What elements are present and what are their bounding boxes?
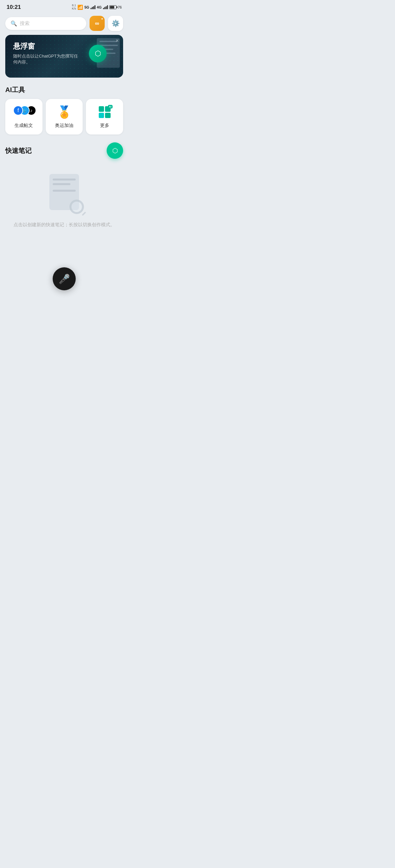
status-time: 10:21 — [7, 4, 21, 10]
ai-tools-title: AI工具 — [0, 84, 129, 99]
search-section: 🔍 搜索 ∞ ✦ ⚙️ — [0, 13, 129, 35]
empty-illustration — [41, 170, 87, 217]
more-grid-container: Ai — [99, 106, 111, 118]
tool-card-more[interactable]: Ai 更多 — [86, 99, 123, 134]
network-speed: 8.1 K/s — [72, 4, 76, 10]
grid-cell-3 — [99, 113, 104, 118]
5g-icon: 5G — [84, 5, 89, 9]
tool-icon-social: f 🐦 ♪ — [13, 105, 34, 119]
signal-bars — [90, 5, 95, 9]
more-label: 更多 — [100, 123, 109, 129]
quick-notes-title: 快速笔记 — [5, 146, 32, 155]
banner-app-icon: ⬡ — [89, 45, 107, 62]
battery-percent: 76 — [118, 5, 122, 9]
microphone-icon: 🎤 — [59, 274, 70, 284]
search-placeholder-text: 搜索 — [20, 20, 30, 27]
magnifier-icon — [69, 199, 84, 214]
empty-state[interactable]: 点击以创建新的快速笔记；长按以切换创作模式。 — [0, 164, 129, 241]
settings-button[interactable]: ⚙️ — [108, 16, 123, 31]
gear-icon: ⚙️ — [112, 20, 120, 27]
ai-sparkle-icon: ✦ — [101, 17, 103, 21]
banner-app-icon-symbol: ⬡ — [95, 49, 101, 58]
grid-cell-4 — [105, 113, 111, 118]
grid-cell-1 — [99, 106, 104, 112]
status-icons: 8.1 K/s 📶 5G 4G 76 — [72, 4, 122, 10]
voice-button[interactable]: 🎤 — [53, 267, 76, 290]
close-icon: × — [116, 38, 118, 44]
banner-close-button[interactable]: × — [114, 37, 120, 44]
tool-card-generate-post[interactable]: f 🐦 ♪ 生成帖文 — [5, 99, 43, 134]
search-bar[interactable]: 🔍 搜索 — [5, 17, 86, 30]
social-icons-cluster: f 🐦 ♪ — [13, 105, 34, 119]
status-bar: 10:21 8.1 K/s 📶 5G 4G — [0, 0, 129, 13]
tool-icon-medal: 🏅 — [57, 105, 72, 119]
quick-note-float-button[interactable]: ⬡ — [107, 143, 123, 159]
banner-content: 悬浮窗 随时点击以让ChatGPT为您撰写任何内容。 — [13, 41, 79, 65]
battery-icon — [109, 5, 116, 9]
ai-tools-section: AI工具 f 🐦 ♪ 生成帖文 🏅 奥运加油 — [0, 84, 129, 143]
doc-line-3 — [53, 190, 76, 192]
empty-notes-text: 点击以创建新的快速笔记；长按以切换创作模式。 — [13, 222, 115, 228]
tool-card-olympics[interactable]: 🏅 奥运加油 — [46, 99, 83, 134]
generate-post-label: 生成帖文 — [15, 123, 33, 129]
tool-icon-more: Ai — [99, 105, 111, 119]
quick-notes-section: 快速笔记 ⬡ 点击以创建新的快速笔记；长按以切换创作模式。 — [0, 143, 129, 241]
ai-button-label: ∞ — [95, 20, 100, 26]
olympics-label: 奥运加油 — [55, 123, 74, 129]
quick-notes-header: 快速笔记 ⬡ — [0, 143, 129, 164]
search-icon: 🔍 — [10, 20, 17, 27]
banner-card[interactable]: ⬡ 悬浮窗 随时点击以让ChatGPT为您撰写任何内容。 × — [5, 35, 123, 78]
ai-copilot-button[interactable]: ∞ ✦ — [89, 16, 105, 31]
ai-badge: Ai — [108, 105, 113, 108]
4g-icon: 4G — [97, 5, 102, 9]
wifi-icon: 📶 — [77, 5, 83, 10]
banner-title: 悬浮窗 — [13, 41, 79, 51]
ai-tools-grid: f 🐦 ♪ 生成帖文 🏅 奥运加油 — [0, 99, 129, 143]
doc-line-1 — [53, 179, 76, 181]
banner-subtitle: 随时点击以让ChatGPT为您撰写任何内容。 — [13, 53, 79, 65]
signal-bars-2 — [103, 5, 108, 9]
medal-icon: 🏅 — [57, 105, 72, 119]
voice-button-container: 🎤 — [0, 261, 129, 300]
doc-line-2 — [53, 183, 70, 185]
float-btn-icon: ⬡ — [112, 147, 118, 155]
